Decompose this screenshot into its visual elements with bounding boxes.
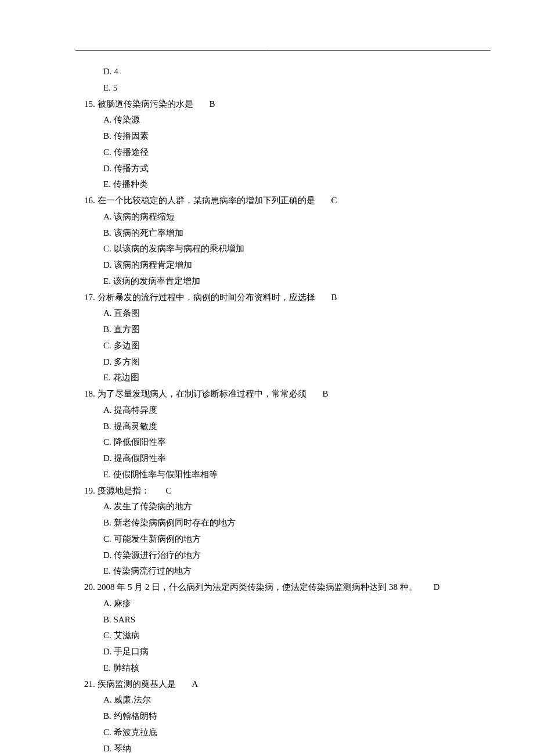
question-text: 分析暴发的流行过程中，病例的时间分布资料时，应选择 <box>98 293 315 302</box>
question-stem: 15. 被肠道传染病污染的水是B <box>84 96 470 113</box>
question-text: 2008 年 5 月 2 日，什么病列为法定丙类传染病，使法定传染病监测病种达到… <box>98 582 417 592</box>
option-line: B. 传播因素 <box>103 128 470 145</box>
option-line: B. 新老传染病病例同时存在的地方 <box>103 515 470 531</box>
option-line: D. 提高假阴性率 <box>103 451 470 467</box>
option-line: A. 传染源 <box>103 112 470 128</box>
option-line: C. 艾滋病 <box>103 628 470 644</box>
option-line: C. 降低假阳性率 <box>103 434 470 451</box>
option-line: B. 该病的死亡率增加 <box>103 225 470 242</box>
question-number: 15. <box>84 99 95 109</box>
option-line: E. 花边图 <box>103 370 470 386</box>
question-stem: 19. 疫源地是指：C <box>84 483 470 499</box>
option-line: A. 威廉.法尔 <box>103 692 470 708</box>
question-number: 18. <box>84 389 95 398</box>
question-number: 20. <box>84 582 95 592</box>
option-line: A. 该病的病程缩短 <box>103 209 470 225</box>
question-text: 疾病监测的奠基人是 <box>98 679 176 689</box>
question-number: 21. <box>84 679 95 689</box>
option-line: A. 麻疹 <box>103 596 470 612</box>
question-text: 为了尽量发现病人，在制订诊断标准过程中，常常必须 <box>98 389 306 398</box>
answer-letter: B <box>331 290 337 306</box>
option-line: D. 传播方式 <box>103 161 470 177</box>
question-number: 19. <box>84 486 95 495</box>
option-line: E. 使假阴性率与假阳性率相等 <box>103 467 470 483</box>
question-stem: 18. 为了尽量发现病人，在制订诊断标准过程中，常常必须B <box>84 386 470 402</box>
option-line: D. 传染源进行治疗的地方 <box>103 548 470 564</box>
option-line: A. 直条图 <box>103 305 470 322</box>
option-line: D. 手足口病 <box>103 644 470 660</box>
answer-letter: D <box>434 579 440 596</box>
option-line: C. 多边图 <box>103 338 470 354</box>
option-line: D. 多方图 <box>103 354 470 370</box>
option-line: B. 直方图 <box>103 322 470 338</box>
option-line: E. 传染病流行过的地方 <box>103 563 470 579</box>
header-rule <box>75 50 490 51</box>
question-stem: 21. 疾病监测的奠基人是A <box>84 676 470 693</box>
option-line: A. 提高特异度 <box>103 402 470 419</box>
question-stem: 16. 在一个比较稳定的人群，某病患病率的增加下列正确的是C <box>84 193 470 209</box>
answer-letter: B <box>210 96 215 113</box>
option-line: C. 传播途径 <box>103 145 470 161</box>
option-line: D. 4 <box>103 64 470 80</box>
question-stem: 17. 分析暴发的流行过程中，病例的时间分布资料时，应选择B <box>84 290 470 306</box>
question-text: 疫源地是指： <box>98 486 150 495</box>
option-line: B. 提高灵敏度 <box>103 419 470 435</box>
option-line: E. 肺结核 <box>103 660 470 676</box>
option-line: C. 希波克拉底 <box>103 725 470 741</box>
option-line: A. 发生了传染病的地方 <box>103 499 470 515</box>
question-number: 16. <box>84 196 95 205</box>
option-line: D. 琴纳 <box>103 741 470 757</box>
header-dot: . <box>267 42 269 55</box>
question-text: 在一个比较稳定的人群，某病患病率的增加下列正确的是 <box>98 196 315 205</box>
question-stem: 20. 2008 年 5 月 2 日，什么病列为法定丙类传染病，使法定传染病监测… <box>84 579 470 596</box>
option-line: D. 该病的病程肯定增加 <box>103 257 470 273</box>
question-number: 17. <box>84 293 95 302</box>
option-line: C. 以该病的发病率与病程的乘积增加 <box>103 241 470 257</box>
answer-letter: A <box>192 676 199 693</box>
question-text: 被肠道传染病污染的水是 <box>98 99 193 109</box>
page: . D. 4E. 515. 被肠道传染病污染的水是BA. 传染源B. 传播因素C… <box>0 0 534 756</box>
option-line: C. 可能发生新病例的地方 <box>103 531 470 548</box>
option-line: E. 该病的发病率肯定增加 <box>103 273 470 290</box>
answer-letter: C <box>331 193 337 209</box>
answer-letter: C <box>166 483 172 499</box>
option-line: E. 传播种类 <box>103 177 470 193</box>
option-line: B. 约翰格朗特 <box>103 708 470 725</box>
content-body: D. 4E. 515. 被肠道传染病污染的水是BA. 传染源B. 传播因素C. … <box>75 41 470 756</box>
option-line: B. SARS <box>103 612 470 628</box>
option-line: E. 5 <box>103 80 470 96</box>
answer-letter: B <box>323 386 329 402</box>
